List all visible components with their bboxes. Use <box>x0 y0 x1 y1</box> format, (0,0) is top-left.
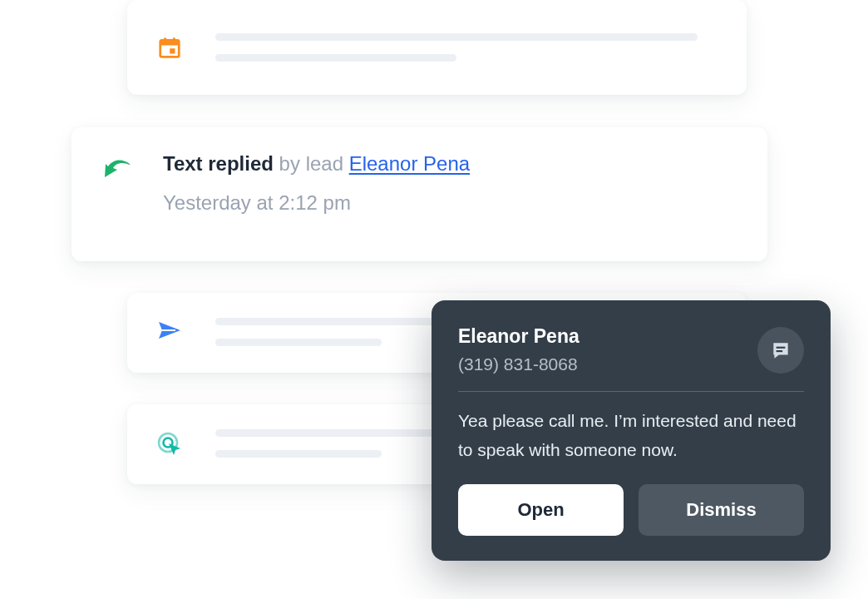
skeleton-line <box>215 429 448 437</box>
send-icon <box>150 318 189 341</box>
click-target-icon <box>150 429 189 458</box>
skeleton-line <box>215 339 382 346</box>
svg-rect-2 <box>164 37 166 42</box>
svg-rect-3 <box>173 37 175 42</box>
divider <box>458 391 804 392</box>
incoming-text-toast: Eleanor Pena (319) 831-8068 Yea please c… <box>432 300 831 561</box>
toast-lead-phone: (319) 831-8068 <box>458 354 744 374</box>
skeleton-line <box>215 318 448 325</box>
activity-by: by lead <box>279 152 343 175</box>
calendar-icon <box>150 33 189 60</box>
svg-rect-8 <box>777 350 783 352</box>
activity-action: Text replied <box>163 152 274 175</box>
dismiss-button[interactable]: Dismiss <box>639 484 804 536</box>
lead-link[interactable]: Eleanor Pena <box>349 152 470 175</box>
skeleton-line <box>215 450 382 458</box>
chat-icon[interactable] <box>757 327 804 374</box>
skeleton-line <box>215 33 698 41</box>
open-button[interactable]: Open <box>458 484 624 536</box>
activity-timestamp: Yesterday at 2:12 pm <box>163 191 741 215</box>
svg-rect-4 <box>170 48 175 53</box>
activity-card-scheduled <box>127 0 747 95</box>
skeleton-line <box>215 54 456 62</box>
reply-arrow-icon <box>98 151 136 179</box>
toast-lead-name: Eleanor Pena <box>458 325 744 348</box>
activity-title: Text replied by lead Eleanor Pena <box>163 151 741 176</box>
svg-rect-7 <box>777 346 786 348</box>
svg-rect-1 <box>160 40 180 45</box>
activity-card-text-replied[interactable]: Text replied by lead Eleanor Pena Yester… <box>72 127 767 261</box>
toast-message: Yea please call me. I’m interested and n… <box>458 407 804 464</box>
